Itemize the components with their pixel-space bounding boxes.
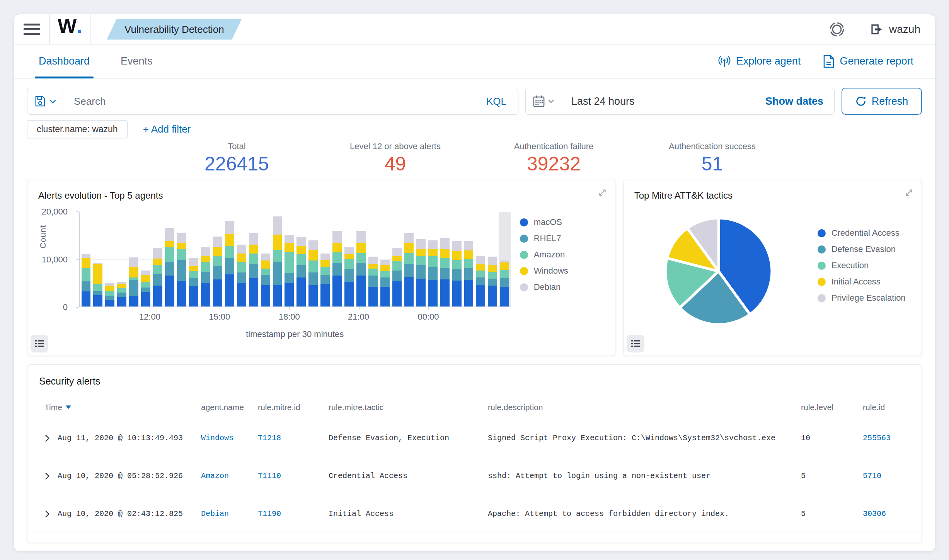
stacked-bar[interactable] <box>273 212 282 306</box>
kql-button[interactable]: KQL <box>475 95 518 107</box>
date-picker: Last 24 hours Show dates <box>525 88 835 115</box>
column-header-rule-mitre-id[interactable]: rule.mitre.id <box>258 403 329 412</box>
legend-item-credential-access[interactable]: Credential Access <box>818 225 913 241</box>
stacked-bar[interactable] <box>488 212 497 306</box>
stacked-bar[interactable] <box>476 212 485 306</box>
add-filter-button[interactable]: + Add filter <box>143 123 191 135</box>
chevron-down-icon <box>548 99 554 103</box>
stacked-bar[interactable] <box>500 212 509 306</box>
legend-item-rhel7[interactable]: RHEL7 <box>520 230 615 247</box>
column-header-agent-name[interactable]: agent.name <box>201 403 258 412</box>
tab-dashboard[interactable]: Dashboard <box>36 44 92 78</box>
user-label: wazuh <box>889 23 920 36</box>
stacked-bar[interactable] <box>165 212 174 306</box>
agent-name-link[interactable]: Amazon <box>201 471 258 480</box>
expand-icon[interactable] <box>598 188 607 199</box>
filter-chip[interactable]: cluster.name: wazuh <box>27 120 128 138</box>
stacked-bar[interactable] <box>404 212 414 306</box>
breadcrumb[interactable]: Vulnerability Detection <box>107 19 242 40</box>
stacked-bar-chart[interactable]: Count 010,00020,000 12:0015:0018:0021:00… <box>39 212 520 343</box>
bar-segment-rhel7 <box>428 267 438 280</box>
rule-mitre-id-link[interactable]: T1110 <box>258 471 329 480</box>
stacked-bar[interactable] <box>177 212 186 306</box>
bar-segment-macos <box>308 285 318 306</box>
bar-segment-debian <box>392 248 402 256</box>
expand-icon[interactable] <box>904 188 914 199</box>
stacked-bar[interactable] <box>93 212 102 306</box>
stacked-bar[interactable] <box>308 212 318 306</box>
stacked-bar[interactable] <box>201 212 210 306</box>
stacked-bar[interactable] <box>320 212 330 306</box>
stacked-bar[interactable] <box>440 212 450 306</box>
stacked-bar[interactable] <box>153 212 162 306</box>
legend-item-macos[interactable]: macOS <box>520 214 615 230</box>
refresh-button[interactable]: Refresh <box>842 88 922 115</box>
search-input[interactable]: Search <box>63 95 475 107</box>
row-expand-icon[interactable] <box>44 510 50 518</box>
rule-id-link[interactable]: 255563 <box>863 434 922 443</box>
column-header-time[interactable]: Time <box>44 403 201 412</box>
wazuh-logo[interactable]: W. <box>50 14 90 44</box>
legend-item-initial-access[interactable]: Initial Access <box>818 274 913 290</box>
legend-item-amazon[interactable]: Amazon <box>520 247 615 263</box>
legend-item-privilege-escalation[interactable]: Privilege Escalation <box>818 290 913 306</box>
show-dates-button[interactable]: Show dates <box>755 95 834 107</box>
column-header-rule-level[interactable]: rule.level <box>801 403 863 412</box>
time-range-value[interactable]: Last 24 hours <box>561 95 755 107</box>
agent-name-link[interactable]: Debian <box>201 509 258 518</box>
bar-segment-amazon <box>428 256 438 267</box>
legend-item-windows[interactable]: Windows <box>520 263 615 279</box>
stacked-bar[interactable] <box>428 212 438 306</box>
stacked-bar[interactable] <box>416 212 426 306</box>
explore-agent-button[interactable]: Explore agent <box>717 55 801 67</box>
tab-events[interactable]: Events <box>118 44 155 78</box>
bar-segment-rhel7 <box>285 273 294 283</box>
stacked-bar[interactable] <box>344 212 354 306</box>
stacked-bar[interactable] <box>332 212 342 306</box>
stacked-bar[interactable] <box>380 212 390 306</box>
legend-item-debian[interactable]: Debian <box>520 279 615 295</box>
stacked-bar[interactable] <box>356 212 366 306</box>
agent-name-link[interactable]: Windows <box>201 434 258 443</box>
stacked-bar[interactable] <box>296 212 306 306</box>
column-header-rule-mitre-tactic[interactable]: rule.mitre.tactic <box>329 403 488 412</box>
rule-id-link[interactable]: 30306 <box>863 509 922 518</box>
legend-item-defense-evasion[interactable]: Defense Evasion <box>818 241 913 257</box>
logout-button[interactable]: wazuh <box>855 14 935 44</box>
stacked-bar[interactable] <box>117 212 126 306</box>
column-header-rule-id[interactable]: rule.id <box>863 403 922 412</box>
stacked-bar[interactable] <box>105 212 114 306</box>
rule-id-link[interactable]: 5710 <box>863 471 922 480</box>
stacked-bar[interactable] <box>213 212 222 306</box>
calendar-button[interactable] <box>526 88 561 114</box>
stacked-bar[interactable] <box>129 212 138 306</box>
stacked-bar[interactable] <box>225 212 234 306</box>
rule-mitre-id-link[interactable]: T1190 <box>258 509 329 518</box>
legend-list-icon[interactable] <box>31 335 48 352</box>
stacked-bar[interactable] <box>237 212 246 306</box>
stacked-bar[interactable] <box>452 212 462 306</box>
health-ring-icon[interactable] <box>819 14 855 44</box>
generate-report-button[interactable]: Generate report <box>823 55 913 68</box>
stacked-bar[interactable] <box>141 212 150 306</box>
stacked-bar[interactable] <box>261 212 270 306</box>
stacked-bar[interactable] <box>464 212 474 306</box>
stacked-bar[interactable] <box>368 212 378 306</box>
mitre-tactics-pie-chart[interactable] <box>662 215 775 328</box>
column-header-rule-description[interactable]: rule.description <box>488 403 801 412</box>
save-query-button[interactable] <box>27 88 63 114</box>
legend-label: RHEL7 <box>534 233 561 243</box>
legend-item-execution[interactable]: Execution <box>818 257 913 274</box>
stacked-bar[interactable] <box>249 212 258 306</box>
stacked-bar[interactable] <box>285 212 294 306</box>
row-expand-icon[interactable] <box>44 472 50 480</box>
stacked-bar[interactable] <box>82 212 91 306</box>
legend-list-icon[interactable] <box>627 335 644 352</box>
legend-label: Defense Evasion <box>831 244 896 254</box>
menu-icon[interactable] <box>14 14 49 44</box>
stacked-bar[interactable] <box>189 212 198 306</box>
row-expand-icon[interactable] <box>44 434 50 442</box>
stacked-bar[interactable] <box>392 212 402 306</box>
bar-segment-amazon <box>452 260 462 269</box>
rule-mitre-id-link[interactable]: T1218 <box>258 434 329 443</box>
